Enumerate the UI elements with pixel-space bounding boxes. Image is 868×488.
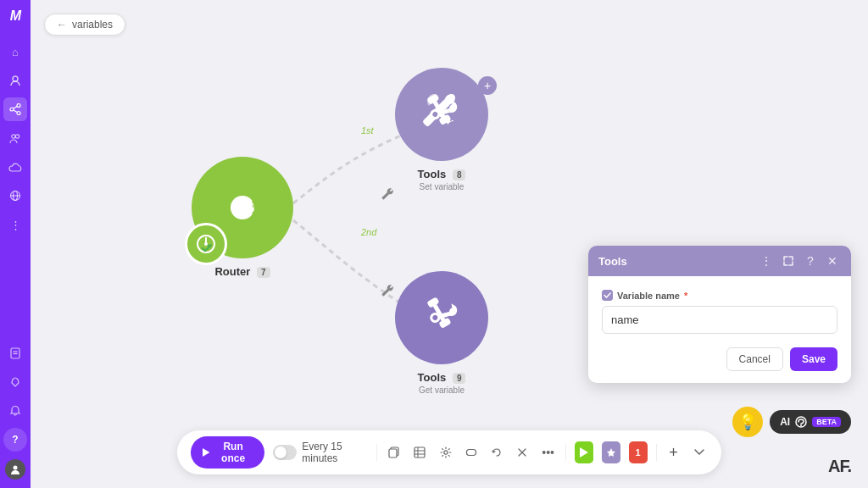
- sidebar-item-rocket[interactable]: [3, 370, 27, 394]
- sidebar-item-globe[interactable]: [3, 184, 27, 208]
- schedule-toggle-container: Every 15 minutes: [273, 441, 368, 464]
- number-red-badge[interactable]: 1: [629, 441, 648, 463]
- svg-line-5: [14, 110, 17, 113]
- panel-more-icon[interactable]: ⋮: [758, 252, 775, 269]
- collapse-icon[interactable]: [691, 442, 708, 463]
- bottom-toolbar: Run once Every 15 minutes: [177, 430, 721, 474]
- panel-expand-icon[interactable]: [780, 252, 797, 269]
- variable-name-input[interactable]: [602, 306, 837, 334]
- svg-point-0: [13, 76, 18, 81]
- ai-section: 💡 AI BETA: [732, 407, 851, 437]
- tools-panel: Tools ⋮ ? ✕ Variable name: [588, 246, 851, 383]
- sidebar: M ⌂ ⋮: [0, 0, 31, 488]
- tools-bottom-badge: 9: [453, 373, 466, 384]
- sidebar-item-team[interactable]: [3, 126, 27, 150]
- toolbar-divider-2: [565, 444, 566, 461]
- svg-point-15: [231, 196, 254, 219]
- svg-marker-33: [203, 448, 209, 457]
- wrench-icon-top: [380, 186, 395, 205]
- table-icon[interactable]: [411, 442, 428, 463]
- sidebar-item-share[interactable]: [3, 97, 27, 121]
- sidebar-item-book[interactable]: [3, 341, 27, 365]
- field-required-mark: *: [684, 291, 687, 301]
- connection-label-2nd: 2nd: [361, 227, 376, 237]
- connection-label-1st: 1st: [361, 125, 374, 136]
- svg-point-1: [17, 104, 20, 108]
- copy-icon[interactable]: [386, 442, 403, 463]
- sidebar-item-cloud[interactable]: [3, 155, 27, 179]
- tools-top-label: Tools 8: [418, 168, 466, 180]
- toolbar-divider-1: [376, 444, 377, 461]
- variables-button[interactable]: ← variables: [44, 14, 125, 36]
- field-label-variable: Variable name *: [602, 290, 837, 301]
- sidebar-item-home[interactable]: ⌂: [3, 40, 27, 64]
- panel-close-icon[interactable]: ✕: [824, 252, 841, 269]
- svg-rect-36: [415, 447, 425, 458]
- svg-point-2: [17, 112, 20, 115]
- panel-help-icon[interactable]: ?: [802, 252, 819, 269]
- app-logo: M: [10, 8, 20, 24]
- tools-node-top[interactable]: + Tools 8 Set variable: [395, 68, 488, 191]
- wrench-icon-bottom: [380, 283, 395, 302]
- beta-badge: BETA: [812, 417, 841, 427]
- sidebar-item-bell[interactable]: [3, 399, 27, 423]
- tools-top-badge: 8: [453, 169, 466, 180]
- panel-footer: Cancel Save: [588, 347, 851, 383]
- sidebar-item-help[interactable]: ?: [3, 428, 27, 452]
- svg-rect-35: [389, 449, 397, 458]
- tools-top-plus[interactable]: +: [478, 76, 497, 95]
- svg-point-6: [12, 135, 15, 138]
- add-icon[interactable]: +: [665, 442, 682, 463]
- ai-button[interactable]: AI BETA: [770, 410, 851, 434]
- clock-overlay: [185, 223, 227, 265]
- svg-point-40: [443, 451, 447, 454]
- schedule-toggle[interactable]: [273, 445, 297, 460]
- star-purple-icon[interactable]: [602, 441, 620, 463]
- sidebar-item-users[interactable]: [3, 69, 27, 92]
- router-label: Router 7: [214, 265, 270, 278]
- watermark: AF.: [828, 457, 851, 476]
- router-badge: 7: [257, 267, 270, 278]
- variables-label: variables: [72, 19, 113, 30]
- run-once-button[interactable]: Run once: [191, 436, 264, 469]
- settings-icon[interactable]: [437, 442, 453, 463]
- canvas-area: ← variables 1st 2nd: [31, 0, 868, 488]
- svg-point-7: [15, 135, 19, 138]
- svg-point-19: [204, 242, 208, 246]
- ai-label: AI: [780, 416, 790, 428]
- toolbar-divider-3: [656, 444, 657, 461]
- svg-point-14: [14, 466, 18, 470]
- cut-icon[interactable]: [514, 442, 531, 463]
- panel-body: Variable name *: [588, 276, 851, 347]
- router-node[interactable]: Router 7: [192, 157, 293, 278]
- bulb-button[interactable]: 💡: [732, 407, 763, 437]
- svg-line-4: [14, 106, 17, 108]
- panel-actions: ⋮ ? ✕: [758, 252, 841, 269]
- tools-node-bottom[interactable]: Tools 9 Get variable: [395, 271, 488, 395]
- back-arrow-icon: ←: [57, 19, 67, 30]
- tools-bottom-label: Tools 9: [418, 371, 466, 384]
- svg-marker-44: [580, 447, 588, 458]
- panel-header: Tools ⋮ ? ✕: [588, 246, 851, 276]
- tools-top-sublabel: Set variable: [420, 182, 465, 191]
- panel-title: Tools: [598, 255, 627, 268]
- more-dots-icon[interactable]: •••: [540, 442, 557, 463]
- cancel-button[interactable]: Cancel: [726, 347, 783, 371]
- undo-icon[interactable]: [488, 442, 505, 463]
- shape-icon[interactable]: [463, 442, 480, 463]
- svg-rect-41: [466, 450, 476, 456]
- save-button[interactable]: Save: [790, 347, 837, 371]
- schedule-label: Every 15 minutes: [302, 441, 368, 464]
- svg-point-3: [10, 108, 14, 111]
- user-avatar[interactable]: [5, 459, 25, 480]
- tools-bottom-sublabel: Get variable: [419, 385, 465, 395]
- sidebar-item-more[interactable]: ⋮: [3, 213, 27, 236]
- play-green-icon[interactable]: [575, 441, 593, 463]
- svg-point-32: [800, 424, 802, 426]
- field-checkbox[interactable]: [602, 290, 613, 301]
